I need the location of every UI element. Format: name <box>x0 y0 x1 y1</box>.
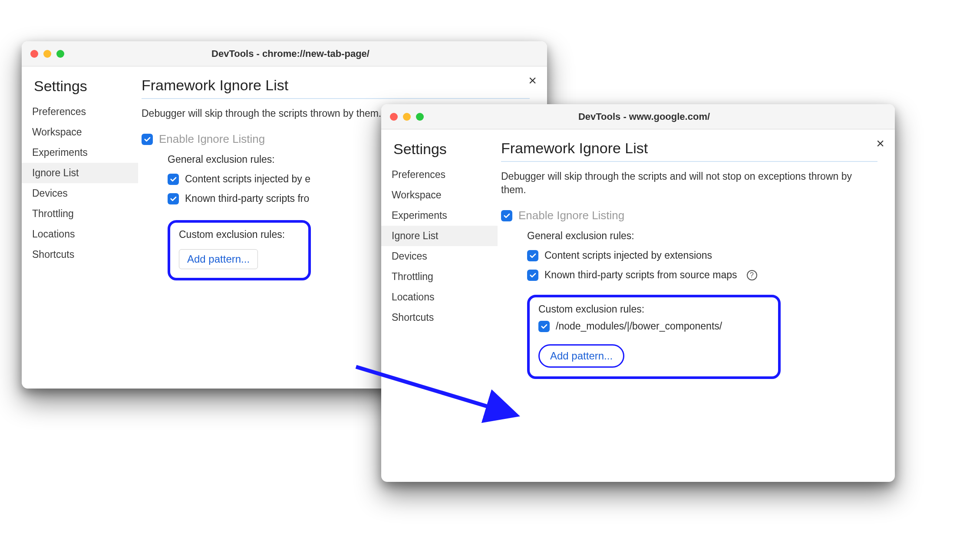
settings-main: Framework Ignore List Debugger will skip… <box>498 129 895 482</box>
sidebar-item-locations[interactable]: Locations <box>22 224 138 244</box>
traffic-lights <box>390 113 424 121</box>
sidebar-item-preferences[interactable]: Preferences <box>22 102 138 122</box>
sidebar-item-throttling[interactable]: Throttling <box>381 267 498 287</box>
settings-heading: Settings <box>22 75 138 102</box>
third-party-label: Known third-party scripts fro <box>185 193 309 204</box>
traffic-lights <box>30 50 64 58</box>
page-description: Debugger will skip through the scripts a… <box>501 170 877 197</box>
add-pattern-button[interactable]: Add pattern... <box>538 344 624 368</box>
page-title: Framework Ignore List <box>142 77 530 99</box>
devtools-window-2: DevTools - www.google.com/ × Settings Pr… <box>381 104 895 482</box>
window-title: DevTools - chrome://new-tab-page/ <box>64 48 538 59</box>
sidebar-item-devices[interactable]: Devices <box>381 246 498 267</box>
custom-rules-heading: Custom exclusion rules: <box>538 303 769 315</box>
custom-rules-highlight: Custom exclusion rules: Add pattern... <box>168 220 311 280</box>
maximize-dot-icon[interactable] <box>416 113 424 121</box>
close-settings-icon[interactable]: × <box>876 136 884 150</box>
enable-ignore-listing-row[interactable]: Enable Ignore Listing <box>501 209 877 222</box>
enable-ignore-listing-label: Enable Ignore Listing <box>518 209 624 222</box>
close-settings-icon[interactable]: × <box>528 73 537 87</box>
checkbox-checked-icon[interactable] <box>527 250 538 261</box>
checkbox-checked-icon[interactable] <box>168 193 179 204</box>
custom-rules-heading: Custom exclusion rules: <box>179 229 300 240</box>
add-pattern-button[interactable]: Add pattern... <box>179 249 258 269</box>
checkbox-checked-icon[interactable] <box>538 321 550 332</box>
third-party-label: Known third-party scripts from source ma… <box>544 269 737 281</box>
general-rules-heading: General exclusion rules: <box>527 230 877 242</box>
sidebar-item-preferences[interactable]: Preferences <box>381 165 498 185</box>
sidebar-item-workspace[interactable]: Workspace <box>22 122 138 142</box>
sidebar-item-locations[interactable]: Locations <box>381 287 498 307</box>
sidebar-item-ignore-list[interactable]: Ignore List <box>381 226 498 246</box>
settings-sidebar: Settings Preferences Workspace Experimen… <box>22 66 138 389</box>
sidebar-item-devices[interactable]: Devices <box>22 183 138 204</box>
maximize-dot-icon[interactable] <box>56 50 64 58</box>
checkbox-checked-icon[interactable] <box>168 174 179 185</box>
sidebar-item-shortcuts[interactable]: Shortcuts <box>22 244 138 265</box>
window-title: DevTools - www.google.com/ <box>424 111 886 122</box>
close-dot-icon[interactable] <box>390 113 398 121</box>
custom-rules-highlight: Custom exclusion rules: /node_modules/|/… <box>527 295 781 379</box>
content-scripts-label: Content scripts injected by extensions <box>544 250 712 261</box>
enable-ignore-listing-label: Enable Ignore Listing <box>159 132 265 146</box>
sidebar-item-throttling[interactable]: Throttling <box>22 204 138 224</box>
content-scripts-row[interactable]: Content scripts injected by extensions <box>527 250 877 261</box>
settings-sidebar: Settings Preferences Workspace Experimen… <box>381 129 498 482</box>
sidebar-item-ignore-list[interactable]: Ignore List <box>22 163 138 183</box>
content-scripts-label: Content scripts injected by e <box>185 173 310 185</box>
sidebar-item-workspace[interactable]: Workspace <box>381 185 498 205</box>
titlebar: DevTools - www.google.com/ <box>381 104 895 129</box>
pattern-value: /node_modules/|/bower_components/ <box>556 320 722 332</box>
sidebar-item-shortcuts[interactable]: Shortcuts <box>381 307 498 328</box>
sidebar-item-experiments[interactable]: Experiments <box>22 142 138 163</box>
checkbox-checked-icon[interactable] <box>501 210 512 221</box>
third-party-row[interactable]: Known third-party scripts from source ma… <box>527 269 877 281</box>
sidebar-item-experiments[interactable]: Experiments <box>381 205 498 226</box>
checkbox-checked-icon[interactable] <box>527 270 538 281</box>
page-title: Framework Ignore List <box>501 140 877 162</box>
minimize-dot-icon[interactable] <box>43 50 51 58</box>
titlebar: DevTools - chrome://new-tab-page/ <box>22 41 547 66</box>
settings-heading: Settings <box>381 138 498 165</box>
close-dot-icon[interactable] <box>30 50 38 58</box>
checkbox-checked-icon[interactable] <box>142 134 153 145</box>
help-icon[interactable]: ? <box>747 270 757 280</box>
pattern-row[interactable]: /node_modules/|/bower_components/ <box>538 320 769 332</box>
minimize-dot-icon[interactable] <box>403 113 411 121</box>
